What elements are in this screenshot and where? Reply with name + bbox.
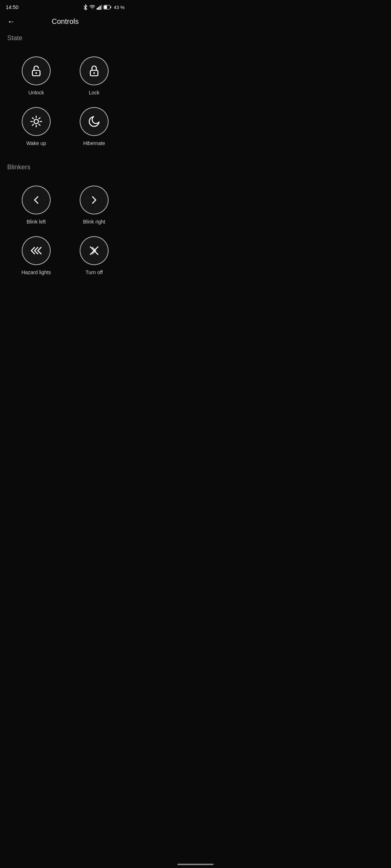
chevron-left-icon: [30, 193, 43, 207]
lock-circle: [80, 56, 109, 85]
hibernate-circle: [80, 107, 109, 136]
battery-percent: 43 %: [114, 5, 125, 10]
hazard-lights-label: Hazard lights: [21, 269, 51, 275]
wake-up-label: Wake up: [26, 140, 46, 146]
svg-point-8: [35, 72, 37, 74]
blink-right-label: Blink right: [83, 219, 105, 225]
blinkers-controls-grid: Blink left Blink right Hazard lights: [0, 177, 130, 290]
svg-point-11: [34, 119, 38, 124]
moon-icon: [88, 115, 101, 128]
turn-off-circle: [80, 236, 109, 265]
svg-point-10: [93, 72, 95, 74]
lock-button[interactable]: Lock: [65, 51, 123, 101]
chevron-right-icon: [88, 193, 101, 207]
blink-right-button[interactable]: Blink right: [65, 180, 123, 230]
svg-rect-3: [101, 5, 102, 10]
unlock-label: Unlock: [29, 90, 44, 95]
status-bar: 14:50: [0, 0, 130, 13]
bluetooth-icon: [83, 4, 88, 10]
wifi-icon: [89, 5, 95, 10]
turn-off-button[interactable]: Turn off: [65, 230, 123, 281]
blink-left-circle: [22, 186, 51, 214]
unlock-icon: [30, 64, 43, 77]
wake-up-button[interactable]: Wake up: [7, 101, 65, 152]
blinkers-section-label: Blinkers: [0, 161, 130, 177]
state-section-label: State: [0, 31, 130, 48]
unlock-circle: [22, 56, 51, 85]
status-icons: 43 %: [83, 4, 125, 10]
svg-line-18: [32, 124, 33, 125]
blinkers-section: Blinkers Blink left Blink right: [0, 161, 130, 290]
wake-up-circle: [22, 107, 51, 136]
battery-icon: [104, 5, 112, 9]
back-button[interactable]: ←: [6, 16, 17, 28]
status-time: 14:50: [6, 4, 18, 10]
hazard-lights-circle: [22, 236, 51, 265]
svg-rect-2: [100, 6, 101, 10]
header: ← Controls: [0, 13, 130, 31]
svg-line-17: [39, 124, 40, 125]
sun-icon: [30, 115, 43, 128]
svg-line-19: [39, 118, 40, 119]
lock-label: Lock: [89, 90, 100, 95]
unlock-button[interactable]: Unlock: [7, 51, 65, 101]
page-title: Controls: [6, 17, 125, 26]
state-section: State Unlock Lock: [0, 31, 130, 161]
signal-icon: [97, 5, 102, 10]
state-controls-grid: Unlock Lock: [0, 48, 130, 161]
hazard-lights-button[interactable]: Hazard lights: [7, 230, 65, 281]
blink-left-label: Blink left: [27, 219, 46, 225]
hibernate-button[interactable]: Hibernate: [65, 101, 123, 152]
svg-rect-1: [98, 7, 99, 10]
svg-rect-6: [104, 6, 107, 9]
blink-left-button[interactable]: Blink left: [7, 180, 65, 230]
hazard-icon: [30, 244, 43, 257]
blink-right-circle: [80, 186, 109, 214]
turn-off-icon: [88, 244, 101, 257]
svg-rect-0: [97, 8, 98, 10]
svg-rect-5: [110, 7, 112, 8]
hibernate-label: Hibernate: [83, 140, 105, 146]
svg-line-16: [32, 118, 33, 119]
lock-icon: [88, 64, 101, 77]
turn-off-label: Turn off: [85, 269, 102, 275]
